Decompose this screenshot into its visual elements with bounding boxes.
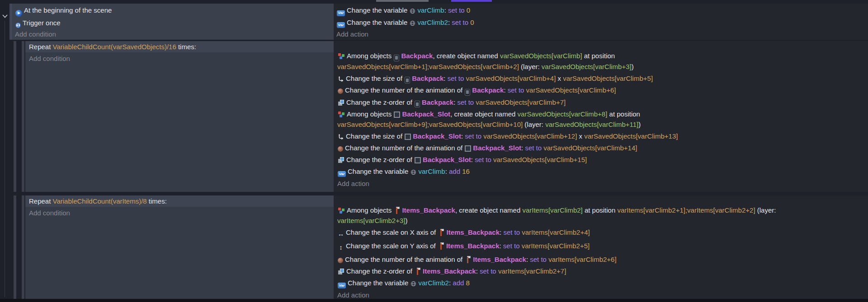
text-segment: Change the z-order of (346, 98, 414, 106)
text-segment: Among objects (347, 110, 393, 118)
text-segment: varSavedObjects[varClimb+1];varSavedObje… (337, 63, 519, 70)
action-row[interactable]: Among objects Backpack, create object na… (336, 50, 863, 73)
text-segment: x (556, 74, 563, 82)
action-row[interactable]: VarChange the variable varClimb2: set to… (334, 17, 868, 29)
text-segment: set to (530, 256, 547, 263)
text-segment: Among objects (347, 52, 393, 60)
text-segment: , create object named (433, 52, 500, 60)
collapse-events-button[interactable] (1, 13, 9, 18)
text-segment: 16 (462, 167, 470, 175)
text-segment: (layer: (519, 63, 542, 70)
actions-panel[interactable]: Among objects Items_Backpack, create obj… (334, 195, 868, 299)
text-segment: varSavedObjects[varClimb+12] (483, 132, 577, 140)
action-row[interactable]: Change the number of the animation of Ba… (336, 142, 863, 154)
resize-icon (338, 76, 344, 82)
scene-start-icon: ▶ (15, 10, 22, 17)
items-backpack-thumbnail (394, 207, 400, 214)
text-segment: Among objects (347, 206, 393, 214)
text-segment: varItems[varClimb2] (522, 206, 582, 214)
text-segment: Change the variable (348, 167, 410, 175)
text-segment: varSavedObjects[varClimb+13] (584, 132, 678, 140)
text-segment: Change the variable (348, 279, 410, 287)
action-row[interactable]: Change the size of Backpack: set to varS… (336, 73, 863, 85)
scrolled-row-remnant-selection (451, 0, 492, 2)
action-row[interactable]: VarChange the variable varClimb: add 16 (336, 166, 863, 178)
text-segment: varClimb2 (417, 19, 448, 26)
action-row[interactable]: Change the z-order of Backpack: set to v… (336, 97, 863, 109)
text-segment: varItems[varClimb2+1];varItems[varClimb2… (617, 206, 755, 214)
text-segment: varSavedObjects[varClimb+6] (526, 86, 616, 94)
action-row[interactable]: ↕Change the scale on Y axis of Items_Bac… (336, 240, 863, 254)
add-action-link[interactable]: Add action (334, 29, 868, 40)
condition-row[interactable]: 1Trigger once (12, 18, 334, 29)
globe-icon (410, 8, 415, 14)
text-segment: set to (480, 267, 496, 275)
action-row[interactable]: Change the z-order of Backpack_Slot: set… (336, 154, 863, 166)
text-segment: Change the z-order of (346, 156, 414, 163)
text-segment: Backpack_Slot (473, 144, 521, 152)
text-segment: set to (503, 242, 520, 250)
condition-row[interactable]: ▶At the beginning of the scene (12, 5, 334, 18)
text-segment: (layer: (523, 121, 545, 128)
repeat-event-header[interactable]: Repeat VariableChildCount(varSavedObject… (25, 41, 334, 52)
text-segment: Items_Backpack (402, 206, 455, 214)
text-segment: varClimb (417, 6, 444, 14)
conditions-panel[interactable]: ▶At the beginning of the scene1Trigger o… (12, 4, 334, 40)
text-segment: Change the number of the animation of (345, 86, 464, 94)
text-segment: Change the scale on Y axis of (346, 242, 438, 250)
text-segment: (layer: (755, 206, 776, 214)
items-backpack-thumbnail (438, 229, 444, 236)
text-segment: at position (582, 52, 615, 60)
actions-panel[interactable]: VarChange the variable varClimb: set to … (334, 4, 868, 40)
text-segment: Change the size of (346, 132, 404, 140)
action-row[interactable]: Among objects Backpack_Slot, create obje… (336, 108, 863, 130)
action-row[interactable]: VarChange the variable varClimb2: add 8 (336, 277, 863, 289)
text-segment: times: (147, 197, 167, 205)
text-segment: Trigger once (23, 19, 61, 27)
action-row[interactable]: Among objects Items_Backpack, create obj… (336, 204, 863, 227)
text-segment: varSavedObjects[varClimb+5] (563, 74, 653, 82)
items-backpack-thumbnail (438, 242, 444, 250)
text-segment: varItems[varClimb2+5] (522, 242, 590, 250)
action-row[interactable]: ↔Change the scale on X axis of Items_Bac… (336, 227, 863, 240)
action-row[interactable]: VarChange the variable varClimb: set to … (334, 5, 868, 17)
event-drag-handle[interactable] (22, 195, 24, 299)
actions-list: Among objects Backpack, create object na… (336, 50, 863, 178)
text-segment: : (471, 156, 475, 163)
text-segment: : (444, 6, 448, 14)
text-segment: Change the variable (347, 6, 409, 14)
add-condition-link[interactable]: Add condition (12, 29, 334, 40)
items-backpack-thumbnail (465, 256, 471, 263)
action-row[interactable]: Change the number of the animation of It… (336, 254, 863, 265)
text-segment: Backpack (422, 98, 453, 106)
text-segment: : (504, 86, 507, 94)
text-segment: varClimb (418, 167, 445, 175)
backpack-slot-thumbnail (394, 112, 400, 118)
event-drag-handle[interactable] (22, 41, 24, 192)
text-segment: Repeat (29, 197, 53, 205)
text-segment: Change the number of the animation of (345, 256, 464, 263)
text-segment: varSavedObjects[varClimb+14] (543, 144, 637, 152)
text-segment: Change the variable (347, 19, 409, 26)
globe-icon (410, 20, 415, 26)
conditions-panel[interactable]: Add condition (25, 52, 334, 192)
text-segment: VariableChildCount(varItems)/8 (53, 197, 147, 205)
repeat-event-header[interactable]: Repeat VariableChildCount(varItems)/8 ti… (25, 195, 334, 207)
scale-y-icon: ↕ (338, 242, 344, 253)
variable-icon: Var (337, 10, 345, 16)
trigger-once-icon: 1 (15, 23, 21, 28)
add-action-link[interactable]: Add action (336, 178, 863, 190)
add-condition-link[interactable]: Add condition (25, 53, 334, 65)
conditions-list: ▶At the beginning of the scene1Trigger o… (12, 5, 334, 29)
action-row[interactable]: Change the size of Backpack_Slot: set to… (336, 130, 863, 142)
text-segment: Change the z-order of (346, 267, 414, 275)
conditions-panel[interactable]: Add condition (25, 207, 334, 299)
actions-panel[interactable]: Among objects Backpack, create object na… (334, 41, 868, 192)
action-row[interactable]: Change the number of the animation of Ba… (336, 84, 863, 97)
add-condition-link[interactable]: Add condition (25, 208, 334, 219)
text-segment: : (453, 98, 457, 106)
items-backpack-thumbnail (415, 268, 421, 275)
event-block: Repeat VariableChildCount(varSavedObject… (14, 41, 868, 192)
text-segment: 0 (470, 19, 474, 26)
action-row[interactable]: Change the z-order of Items_Backpack: se… (336, 265, 863, 277)
